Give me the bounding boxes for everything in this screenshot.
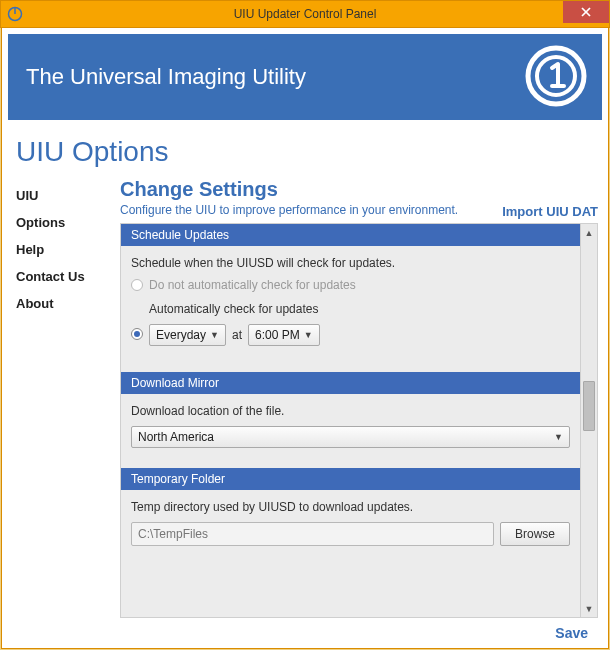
mirror-select[interactable]: North America ▼ [131,426,570,448]
group-schedule: Schedule Updates Schedule when the UIUSD… [121,224,580,362]
frequency-select[interactable]: Everyday ▼ [149,324,226,346]
content-subtitle: Configure the UIU to improve performance… [120,203,458,217]
sidebar-item-help[interactable]: Help [16,236,116,263]
banner-title: The Universal Imaging Utility [26,64,306,90]
temp-path-input[interactable]: C:\TempFiles [131,522,494,546]
chevron-down-icon: ▼ [210,330,219,340]
banner-logo-icon [524,44,588,112]
temp-desc: Temp directory used by UIUSD to download… [131,500,570,514]
group-mirror-header: Download Mirror [121,372,580,394]
radio-no-auto[interactable] [131,279,143,291]
radio-auto[interactable] [131,328,143,340]
schedule-desc: Schedule when the UIUSD will check for u… [131,256,570,270]
page-heading: UIU Options [16,136,602,168]
scroll-down-icon[interactable]: ▼ [581,600,597,617]
sidebar-item-options[interactable]: Options [16,209,116,236]
time-value: 6:00 PM [255,328,300,342]
scroll-thumb[interactable] [583,381,595,431]
group-temp-header: Temporary Folder [121,468,580,490]
sidebar-item-contact[interactable]: Contact Us [16,263,116,290]
mirror-desc: Download location of the file. [131,404,570,418]
chevron-down-icon: ▼ [304,330,313,340]
content-title: Change Settings [120,178,458,201]
browse-button[interactable]: Browse [500,522,570,546]
scrollbar[interactable]: ▲ ▼ [581,223,598,618]
at-label: at [232,328,242,342]
chevron-down-icon: ▼ [554,432,563,442]
scroll-up-icon[interactable]: ▲ [581,224,597,241]
app-icon [5,4,25,24]
scroll-track[interactable] [581,241,597,600]
titlebar: UIU Updater Control Panel [0,0,610,28]
mirror-value: North America [138,430,214,444]
group-temp: Temporary Folder Temp directory used by … [121,468,580,556]
save-link[interactable]: Save [555,625,588,641]
frequency-value: Everyday [156,328,206,342]
sidebar-item-about[interactable]: About [16,290,116,317]
time-select[interactable]: 6:00 PM ▼ [248,324,320,346]
close-button[interactable] [563,1,609,23]
group-mirror: Download Mirror Download location of the… [121,372,580,458]
group-schedule-header: Schedule Updates [121,224,580,246]
radio-no-auto-label: Do not automatically check for updates [149,278,356,292]
import-dat-link[interactable]: Import UIU DAT [502,204,598,219]
radio-auto-label: Automatically check for updates [149,302,570,316]
sidebar-item-uiu[interactable]: UIU [16,182,116,209]
sidebar: UIU Options Help Contact Us About [8,176,120,642]
banner: The Universal Imaging Utility [8,34,602,120]
window-frame: The Universal Imaging Utility UIU Option… [1,28,609,649]
window-title: UIU Updater Control Panel [1,7,609,21]
settings-panel: Schedule Updates Schedule when the UIUSD… [120,223,581,618]
